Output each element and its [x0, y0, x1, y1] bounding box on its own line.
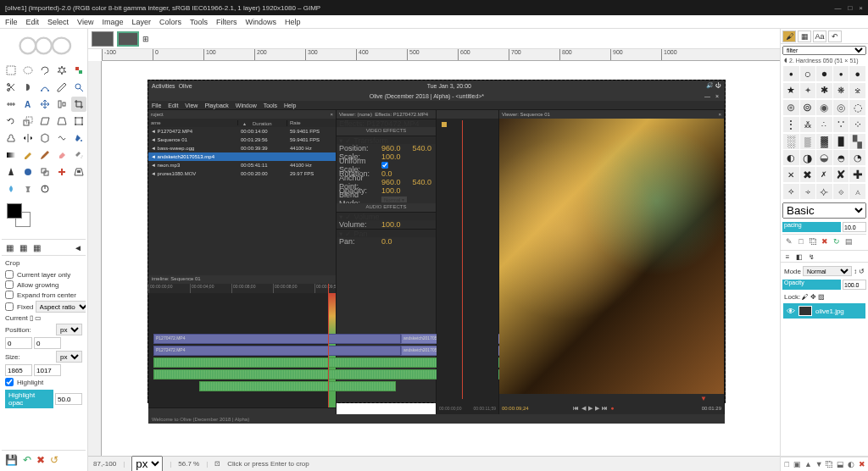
gradient-tool[interactable]: [3, 147, 19, 163]
brush-preset[interactable]: ◉: [816, 100, 832, 115]
src-marker[interactable]: [442, 122, 447, 127]
lock-alpha-icon[interactable]: ▨: [818, 293, 825, 301]
ellipse-select-tool[interactable]: [20, 63, 36, 78]
fx-tab2[interactable]: Effects: P1270472.MP4: [375, 112, 428, 117]
allow-growing-check[interactable]: Allow growing: [5, 280, 82, 289]
lock-pos-icon[interactable]: ✥: [810, 293, 816, 301]
brush-preset[interactable]: ✖: [800, 167, 816, 182]
size-h[interactable]: [34, 364, 61, 376]
ink-tool[interactable]: [3, 164, 19, 180]
brush-preset[interactable]: Basic: [782, 202, 866, 219]
fx-volume[interactable]: ▾✓ Volume: [337, 212, 436, 220]
menu-colors[interactable]: Colors: [159, 18, 181, 26]
brush-preset[interactable]: ▚: [849, 134, 865, 149]
brush-preset[interactable]: ⟢: [800, 184, 816, 199]
fx-row[interactable]: Anchor Point:960.0540.0: [337, 178, 436, 186]
brush-filter[interactable]: filter: [782, 46, 866, 55]
brush-preset[interactable]: ⟡: [783, 184, 799, 199]
highlight-opacity[interactable]: Highlight opac: [5, 390, 53, 408]
crop-tool[interactable]: [71, 97, 86, 112]
menu-select[interactable]: Select: [47, 18, 69, 26]
o-menu-edit[interactable]: Edit: [168, 103, 178, 108]
lock-pixels-icon[interactable]: 🖌: [802, 293, 809, 301]
play-icon[interactable]: ▶: [588, 405, 593, 412]
brush-preset[interactable]: ○: [800, 66, 816, 81]
status-zoom[interactable]: 56.7 %: [178, 460, 199, 468]
layers-tab[interactable]: ≡: [782, 252, 793, 261]
mypaint-tool[interactable]: [20, 164, 36, 180]
del-brush-icon[interactable]: ✖: [820, 236, 830, 247]
olive-close[interactable]: ×: [713, 93, 721, 99]
landscape-icon[interactable]: ▭: [35, 314, 42, 322]
brush-preset[interactable]: ◌: [849, 100, 865, 115]
perspective-clone-tool[interactable]: [71, 164, 86, 180]
brush-preset[interactable]: ⟣: [816, 184, 832, 199]
eye-icon[interactable]: 👁: [787, 307, 795, 316]
fx-transform[interactable]: ▾✓ Transform: [337, 136, 436, 144]
close-button[interactable]: ×: [859, 4, 863, 12]
brush-preset[interactable]: ▓: [816, 134, 832, 149]
brush-preset[interactable]: ⁂: [800, 117, 816, 132]
transform-tool[interactable]: [71, 114, 86, 129]
col-dur[interactable]: ▴Duration: [238, 120, 287, 126]
lay-opacity-val[interactable]: [843, 280, 866, 290]
scale-tool[interactable]: [20, 114, 36, 129]
del-layer-icon[interactable]: ✖: [857, 459, 866, 469]
spacing-val[interactable]: [843, 222, 866, 232]
tl-ruler[interactable]: 00:00:00;0000:00:04;0000:00:08;0000:00:0…: [148, 284, 336, 293]
brush-preset[interactable]: ✕: [783, 167, 799, 182]
playhead[interactable]: [328, 284, 329, 293]
current-layer-check[interactable]: Current layer only: [5, 270, 82, 279]
img-del-icon[interactable]: ◄: [72, 241, 84, 253]
expand-center-check[interactable]: Expand from center: [5, 291, 82, 299]
img-1-icon[interactable]: ▦: [3, 241, 15, 253]
lasso-tool[interactable]: [37, 63, 53, 78]
col-rate[interactable]: Rate: [287, 120, 336, 125]
brush-preset[interactable]: ◐: [783, 150, 799, 165]
col-name[interactable]: ame: [148, 120, 238, 125]
brush-preset[interactable]: ●: [849, 66, 865, 81]
spacing-slider[interactable]: pacing: [782, 222, 841, 232]
fx-row[interactable]: Blend Mode:Normal ▾: [337, 195, 436, 203]
proj-close-icon[interactable]: ×: [330, 112, 333, 117]
brush-preset[interactable]: ⟐: [833, 184, 849, 199]
measure-tool[interactable]: [3, 97, 19, 112]
seq-close-icon[interactable]: ×: [718, 112, 721, 117]
brush-preset[interactable]: ⋮: [783, 117, 799, 132]
seq-scrub[interactable]: ▼: [499, 394, 724, 402]
portrait-icon[interactable]: ▯: [30, 314, 33, 322]
history-tab[interactable]: ↶: [828, 30, 842, 42]
brush-preset[interactable]: ✦: [800, 83, 816, 98]
fx-row[interactable]: Volume:100.0: [337, 220, 436, 229]
blur-tool[interactable]: [3, 181, 19, 197]
fgbg-swatch[interactable]: [5, 202, 82, 236]
paths-tool[interactable]: [37, 80, 53, 95]
clip-a3[interactable]: [199, 381, 396, 391]
new-layer-icon[interactable]: □: [782, 459, 792, 469]
fonts-tab[interactable]: Aa: [813, 30, 826, 42]
proj-row[interactable]: ◄ Sequence 0100:01:29:5659.9401 FPS: [148, 136, 336, 144]
proj-row[interactable]: ◄ bass-sweep.ogg00:00:39:3944100 Hz: [148, 144, 336, 152]
lay-opacity-slider[interactable]: Opacity: [782, 280, 841, 290]
brush-preset[interactable]: ✗: [816, 167, 832, 182]
heal-tool[interactable]: [54, 164, 70, 180]
size-w[interactable]: [5, 364, 32, 376]
brush-preset[interactable]: █: [833, 134, 849, 149]
rotate-tool[interactable]: [3, 114, 19, 129]
new-brush-icon[interactable]: □: [796, 236, 806, 247]
mask-icon[interactable]: ◐: [847, 459, 856, 469]
prev-frame-icon[interactable]: ◀: [581, 405, 586, 412]
patterns-tab[interactable]: ▦: [798, 30, 811, 42]
paths-tab[interactable]: ↯: [806, 252, 816, 261]
brush-preset[interactable]: ░: [783, 134, 799, 149]
reset-icon[interactable]: ↺: [50, 454, 58, 466]
mode-reset-icon[interactable]: ↺: [859, 268, 865, 275]
brush-preset[interactable]: ∴: [816, 117, 832, 132]
align-tool[interactable]: [54, 97, 70, 112]
o-menu-playback[interactable]: Playback: [204, 103, 228, 108]
fx-row[interactable]: Pan:0.0: [337, 237, 436, 246]
o-menu-tools[interactable]: Tools: [264, 103, 277, 108]
img-2-icon[interactable]: ▦: [17, 241, 29, 253]
flip-tool[interactable]: [20, 130, 36, 146]
revert-icon[interactable]: ↶: [23, 454, 31, 466]
